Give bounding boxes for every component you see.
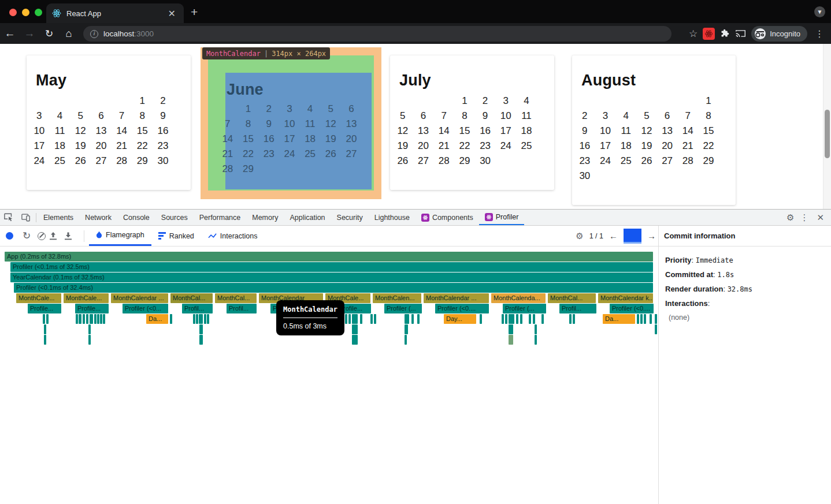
flame-node-bar[interactable] (502, 314, 504, 324)
flame-node-bar[interactable] (509, 335, 513, 345)
flame-node-bar[interactable] (533, 314, 535, 324)
flame-node[interactable]: YearCalendar (0.1ms of 32.5ms) (10, 272, 653, 282)
flame-node[interactable]: Profiler (... (384, 304, 422, 313)
browser-chevron-icon[interactable]: ▼ (814, 6, 825, 17)
flame-node[interactable]: Profiler (... (503, 304, 546, 313)
flame-node-bar[interactable] (411, 314, 414, 324)
flame-node-bar[interactable] (505, 314, 507, 324)
devtools-menu-icon[interactable]: ⋮ (796, 212, 812, 223)
flame-node-bar[interactable] (348, 314, 351, 324)
devtools-tab-security[interactable]: Security (331, 210, 369, 225)
flame-node[interactable]: Profiler (<0... (123, 304, 168, 313)
save-profile-icon[interactable] (64, 232, 79, 240)
load-profile-icon[interactable] (49, 232, 64, 240)
flame-node-bar[interactable] (199, 335, 203, 345)
clear-profile-icon[interactable] (38, 232, 46, 240)
flame-node-bar[interactable] (345, 314, 347, 324)
extensions-puzzle-icon[interactable] (720, 29, 730, 39)
flame-node[interactable]: Profil... (182, 304, 213, 313)
flame-node-bar[interactable] (520, 314, 522, 324)
flame-node-bar[interactable] (405, 324, 408, 334)
flame-node-bar[interactable] (86, 314, 88, 324)
flame-node-bar[interactable] (196, 314, 198, 324)
flame-node-bar[interactable] (170, 314, 172, 324)
close-window-button[interactable] (9, 9, 17, 16)
flame-node-bar[interactable] (480, 314, 482, 324)
flame-node[interactable]: MonthCalendar k... (598, 293, 653, 303)
flame-node-bar[interactable] (417, 314, 420, 324)
flame-node[interactable]: MonthCalenda... (491, 293, 546, 303)
flame-node-bar[interactable] (370, 314, 373, 324)
flame-node[interactable]: Day... (444, 314, 476, 324)
flame-node-bar[interactable] (88, 335, 91, 345)
flame-node[interactable]: Profil... (227, 304, 257, 313)
site-info-icon[interactable]: i (90, 30, 98, 38)
flame-node-bar[interactable] (94, 314, 97, 324)
prev-commit-icon[interactable]: ← (609, 231, 618, 241)
flame-node[interactable]: MonthCalendar ... (111, 293, 168, 303)
devtools-tab-sources[interactable]: Sources (155, 210, 194, 225)
page-scrollbar[interactable] (823, 44, 831, 209)
home-icon[interactable]: ⌂ (59, 28, 79, 40)
devtools-tab-network[interactable]: Network (79, 210, 117, 225)
flame-node-bar[interactable] (405, 314, 409, 324)
flame-node[interactable]: MonthCal... (215, 293, 257, 303)
flame-node-bar[interactable] (193, 314, 195, 324)
flame-node[interactable]: MonthCal... (548, 293, 596, 303)
devtools-tab-application[interactable]: Application (284, 210, 331, 225)
flame-node-bar[interactable] (44, 335, 46, 345)
flame-node-bar[interactable] (44, 324, 46, 334)
flame-node-bar[interactable] (374, 314, 376, 324)
profiler-view-flamegraph[interactable]: Flamegraph (89, 226, 151, 246)
minimize-window-button[interactable] (22, 9, 29, 16)
reload-icon[interactable]: ↻ (39, 28, 59, 40)
profiler-view-ranked[interactable]: Ranked (151, 226, 201, 246)
devtools-tab-lighthouse[interactable]: Lighthouse (369, 210, 416, 225)
flame-node[interactable]: Profiler (<0.1ms of 32.4ms) (14, 283, 653, 293)
flame-node-bar[interactable] (644, 314, 646, 324)
flame-node[interactable]: App (0.2ms of 32.8ms) (5, 252, 653, 262)
device-toolbar-icon[interactable] (17, 213, 35, 222)
flame-node[interactable]: MonthCale... (16, 293, 61, 303)
page-scrollbar-thumb[interactable] (825, 110, 830, 158)
browser-menu-icon[interactable]: ⋮ (813, 28, 826, 39)
flame-node-bar[interactable] (43, 314, 45, 324)
flame-node-bar[interactable] (573, 314, 575, 324)
flame-node-bar[interactable] (352, 314, 358, 324)
flame-node-bar[interactable] (76, 314, 78, 324)
profiler-settings-icon[interactable]: ⚙ (576, 231, 583, 241)
back-icon[interactable]: ← (0, 27, 20, 40)
flame-node-bar[interactable] (97, 314, 99, 324)
cast-icon[interactable] (735, 29, 746, 38)
flame-node-bar[interactable] (199, 324, 203, 334)
flame-node-bar[interactable] (204, 314, 206, 324)
flame-node-bar[interactable] (100, 314, 102, 324)
react-devtools-extension-icon[interactable] (703, 28, 715, 40)
flame-node-bar[interactable] (83, 314, 85, 324)
next-commit-icon[interactable]: → (647, 231, 656, 241)
flame-node-bar[interactable] (360, 314, 362, 324)
flame-node-bar[interactable] (79, 314, 81, 324)
flame-node[interactable]: Da... (603, 314, 635, 324)
flame-node-bar[interactable] (352, 335, 358, 345)
flame-node[interactable]: MonthCal... (170, 293, 213, 303)
flame-node[interactable]: Profile... (75, 304, 109, 313)
devtools-tab-profiler[interactable]: Profiler (479, 210, 525, 225)
flame-node[interactable]: MonthCalen... (373, 293, 421, 303)
record-button[interactable] (6, 232, 13, 240)
flame-node-bar[interactable] (650, 314, 652, 324)
flame-node-bar[interactable] (103, 314, 105, 324)
flame-node-bar[interactable] (516, 314, 518, 324)
new-tab-button[interactable]: + (191, 6, 198, 18)
flame-node-bar[interactable] (207, 314, 209, 324)
flame-node[interactable]: MonthCalendar ... (424, 293, 489, 303)
devtools-tab-console[interactable]: Console (117, 210, 155, 225)
devtools-settings-icon[interactable]: ⚙ (787, 212, 794, 223)
flame-node-bar[interactable] (640, 314, 643, 324)
devtools-close-icon[interactable]: ✕ (814, 212, 826, 223)
address-bar[interactable]: i localhost :3000 (83, 26, 672, 42)
flame-node-bar[interactable] (655, 324, 657, 334)
flame-node-bar[interactable] (405, 335, 407, 345)
flame-node-bar[interactable] (535, 324, 537, 334)
flame-node[interactable]: MonthCale... (64, 293, 109, 303)
